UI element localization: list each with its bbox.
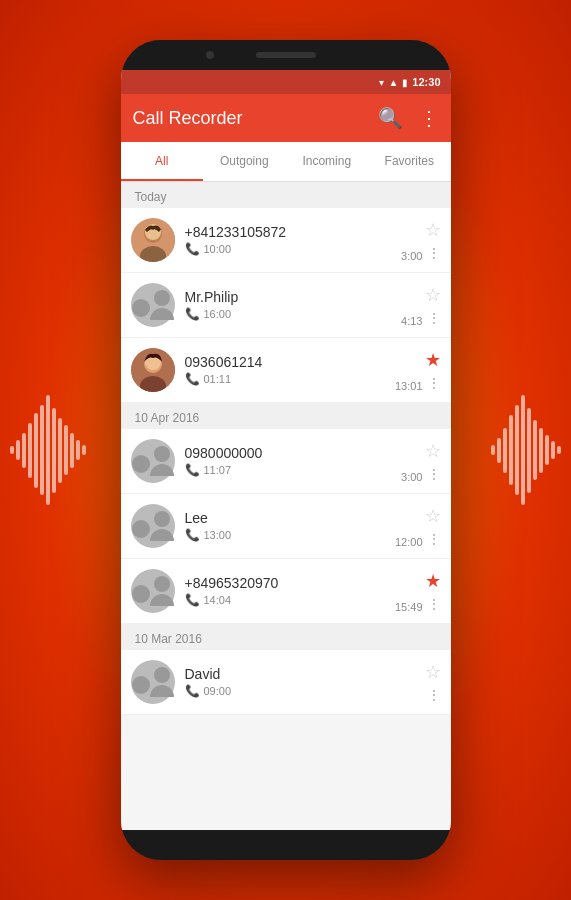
call-actions: ★ ⋮ [425,570,441,612]
status-bar: ▾ ▲ ▮ 12:30 [121,70,451,94]
list-item[interactable]: 0936061214 📞 01:11 ★ ⋮ 13:01 [121,338,451,403]
waveform-left [10,395,86,505]
call-name: Lee [185,510,425,526]
avatar [131,439,175,483]
tab-favorites[interactable]: Favorites [368,142,451,181]
call-time: 14:04 [204,594,232,606]
avatar [131,283,175,327]
search-icon[interactable]: 🔍 [378,106,403,130]
phone-bottom [121,830,451,860]
call-info: 0980000000 📞 11:07 [185,445,425,477]
call-actions: ★ ⋮ [425,349,441,391]
avatar [131,569,175,613]
list-item[interactable]: David 📞 09:00 ☆ ⋮ [121,650,451,715]
call-time-row: 📞 14:04 [185,593,425,607]
person-icon [150,576,174,606]
call-duration: 3:00 [401,471,422,483]
avatar [131,218,175,262]
call-type-icon: 📞 [185,463,200,477]
phone-camera [206,51,214,59]
call-info: Lee 📞 13:00 [185,510,425,542]
battery-icon: ▮ [402,77,408,88]
call-duration: 12:00 [395,536,423,548]
tab-bar: All Outgoing Incoming Favorites [121,142,451,182]
phone-screen: ▾ ▲ ▮ 12:30 Call Recorder 🔍 ⋮ All Outgoi… [121,70,451,830]
app-title: Call Recorder [133,108,362,129]
call-type-icon: 📞 [185,684,200,698]
call-time: 01:11 [204,373,232,385]
status-bar-right: ▾ ▲ ▮ 12:30 [379,76,440,88]
call-time-row: 📞 01:11 [185,372,425,386]
call-type-icon: 📞 [185,372,200,386]
call-info: David 📞 09:00 [185,666,425,698]
star-icon[interactable]: ☆ [425,661,441,683]
star-icon[interactable]: ★ [425,570,441,592]
call-type-icon: 📞 [185,528,200,542]
tab-all[interactable]: All [121,142,204,181]
more-icon[interactable]: ⋮ [427,310,441,326]
signal-icon: ▲ [388,77,398,88]
list-item[interactable]: Lee 📞 13:00 ☆ ⋮ 12:00 [121,494,451,559]
call-name: +841233105872 [185,224,425,240]
call-duration: 4:13 [401,315,422,327]
call-duration: 15:49 [395,601,423,613]
person-icon [150,511,174,541]
call-name: Mr.Philip [185,289,425,305]
star-icon[interactable]: ☆ [425,505,441,527]
call-actions: ☆ ⋮ [425,661,441,703]
call-name: David [185,666,425,682]
person-icon [150,446,174,476]
call-name: 0936061214 [185,354,425,370]
person-icon [150,667,174,697]
section-header-apr: 10 Apr 2016 [121,403,451,429]
list-item[interactable]: +84965320970 📞 14:04 ★ ⋮ 15:49 [121,559,451,624]
call-actions: ☆ ⋮ [425,505,441,547]
toolbar: Call Recorder 🔍 ⋮ [121,94,451,142]
phone-frame: ▾ ▲ ▮ 12:30 Call Recorder 🔍 ⋮ All Outgoi… [121,40,451,860]
call-type-icon: 📞 [185,242,200,256]
avatar [131,504,175,548]
phone-speaker [256,52,316,58]
call-duration: 13:01 [395,380,423,392]
more-icon[interactable]: ⋮ [427,687,441,703]
section-header-today: Today [121,182,451,208]
section-header-mar: 10 Mar 2016 [121,624,451,650]
calls-list: Today +841233105872 📞 [121,182,451,830]
call-actions: ☆ ⋮ [425,284,441,326]
more-icon[interactable]: ⋮ [427,466,441,482]
star-icon[interactable]: ★ [425,349,441,371]
star-icon[interactable]: ☆ [425,440,441,462]
call-time: 16:00 [204,308,232,320]
call-time-row: 📞 11:07 [185,463,425,477]
more-icon[interactable]: ⋮ [427,245,441,261]
call-time-row: 📞 13:00 [185,528,425,542]
call-time-row: 📞 16:00 [185,307,425,321]
call-time: 10:00 [204,243,232,255]
call-info: 0936061214 📞 01:11 [185,354,425,386]
avatar [131,660,175,704]
star-icon[interactable]: ☆ [425,219,441,241]
list-item[interactable]: Mr.Philip 📞 16:00 ☆ ⋮ 4:13 [121,273,451,338]
more-icon[interactable]: ⋮ [427,375,441,391]
call-time: 13:00 [204,529,232,541]
tab-incoming[interactable]: Incoming [286,142,369,181]
status-time: 12:30 [412,76,440,88]
call-actions: ☆ ⋮ [425,219,441,261]
wifi-icon: ▾ [379,77,384,88]
avatar [131,348,175,392]
more-menu-icon[interactable]: ⋮ [419,106,439,130]
call-info: +841233105872 📞 10:00 [185,224,425,256]
call-type-icon: 📞 [185,593,200,607]
star-icon[interactable]: ☆ [425,284,441,306]
call-duration: 3:00 [401,250,422,262]
more-icon[interactable]: ⋮ [427,596,441,612]
list-item[interactable]: 0980000000 📞 11:07 ☆ ⋮ 3:00 [121,429,451,494]
more-icon[interactable]: ⋮ [427,531,441,547]
call-name: 0980000000 [185,445,425,461]
call-info: Mr.Philip 📞 16:00 [185,289,425,321]
tab-outgoing[interactable]: Outgoing [203,142,286,181]
list-item[interactable]: +841233105872 📞 10:00 ☆ ⋮ 3:00 [121,208,451,273]
waveform-right [491,395,561,505]
person-icon [150,290,174,320]
call-actions: ☆ ⋮ [425,440,441,482]
